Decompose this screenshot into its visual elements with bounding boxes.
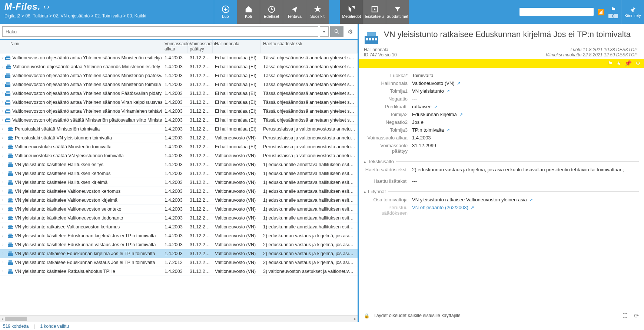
expand-icon[interactable]: ›: [2, 136, 6, 140]
value-toimija1[interactable]: VN yleisistunto: [412, 88, 444, 94]
table-row[interactable]: ›VN yleisistunto käsittelee Valtioneuvos…: [0, 205, 358, 214]
table-row[interactable]: ›VN yleisistunto käsittelee Ratkaisuehdo…: [0, 267, 358, 276]
search-options-icon[interactable]: ⚙: [345, 26, 355, 37]
expand-icon[interactable]: ›: [2, 198, 6, 202]
search-input[interactable]: [2, 26, 318, 37]
open-icon[interactable]: ↗: [457, 81, 461, 86]
table-row[interactable]: ›Valtioneuvoston ohjesääntö antaa Yhtein…: [0, 62, 358, 71]
filters-tab[interactable]: Suodattimet: [386, 0, 409, 24]
open-icon[interactable]: ↗: [446, 89, 450, 94]
table-row[interactable]: ›VN yleisistunto käsittelee Valtioneuvos…: [0, 214, 358, 222]
expand-icon[interactable]: ›: [2, 118, 3, 122]
table-row[interactable]: ›Valtioneuvostolaki säätää Ministeriön t…: [0, 142, 358, 151]
table-row[interactable]: ›Perustuslaki säätää VN yleisistunnon to…: [0, 133, 358, 142]
label-haettu-lisa: Haettu lisäteksti: [364, 178, 412, 184]
star-action-icon[interactable]: ★: [616, 60, 621, 67]
tasks-button[interactable]: Tehtävä: [283, 0, 306, 24]
pinned-button[interactable]: Kiinnitety: [621, 0, 644, 24]
breadcrumb-item[interactable]: Digilait2: [4, 13, 20, 19]
expand-icon[interactable]: ›: [2, 189, 6, 193]
expand-icon[interactable]: ›: [2, 154, 6, 158]
recent-button[interactable]: Edelliset: [260, 0, 283, 24]
expand-icon[interactable]: ›: [2, 162, 6, 166]
table-row[interactable]: ›VN yleisistunto käsittelee Valtioneuvos…: [0, 187, 358, 196]
expand-icon[interactable]: ›: [2, 234, 6, 238]
table-row[interactable]: ›Valtioneuvoston ohjesääntö antaa Yhtein…: [0, 98, 358, 107]
open-icon[interactable]: ↗: [446, 128, 450, 133]
table-row[interactable]: ›Valtioneuvoston ohjesääntö antaa Yhtein…: [0, 53, 358, 62]
table-row[interactable]: ›VN yleisistunto ratkaisee Eduskunnan ki…: [0, 249, 358, 258]
value-toimija3[interactable]: TP:n toimivalta: [412, 127, 444, 133]
breadcrumb-item[interactable]: 02. VN ohjesääntö: [53, 13, 90, 19]
flag-icon[interactable]: ⚑: [611, 6, 616, 13]
table-row[interactable]: ›VN yleisistunto käsittelee Eduskunnan k…: [0, 231, 358, 240]
metadata-tab[interactable]: Metatiedot: [340, 0, 363, 24]
expand-icon[interactable]: ›: [2, 171, 6, 175]
expand-icon[interactable]: ›: [2, 207, 6, 211]
col-voimassa-alkaa[interactable]: Voimassaolo alkaa: [162, 40, 187, 53]
col-haettu[interactable]: Haettu säädösteksti: [261, 40, 358, 53]
value-toimija2[interactable]: Eduskunnan kirjelmä: [412, 112, 457, 117]
table-row[interactable]: ›VN yleisistunto ratkaisee Eduskunnan va…: [0, 258, 358, 267]
preview-tab[interactable]: Esikatselu: [363, 0, 386, 24]
horizontal-scrollbar[interactable]: ◂▸: [0, 315, 358, 322]
expand-icon[interactable]: ›: [2, 225, 6, 229]
col-name[interactable]: Nimi: [0, 40, 162, 53]
table-row[interactable]: ›Valtioneuvoston ohjesääntö antaa Yhtein…: [0, 71, 358, 80]
expand-icon[interactable]: ›: [2, 73, 3, 77]
expand-icon[interactable]: ›: [2, 65, 4, 69]
pin-action-icon[interactable]: 📌: [625, 60, 632, 67]
table-row[interactable]: ›VN yleisistunto ratkaisee Valtioneuvost…: [0, 222, 358, 231]
expand-icon[interactable]: ›: [2, 180, 6, 184]
table-row[interactable]: ›Valtioneuvoston ohjesääntö antaa Yhtein…: [0, 89, 358, 98]
value-predikaatti[interactable]: ratkaisee: [412, 104, 432, 109]
home-button[interactable]: Koti: [237, 0, 260, 24]
signal-icon[interactable]: 📶: [597, 9, 605, 16]
col-hallinnonala[interactable]: Hallinnonala: [213, 40, 261, 53]
flag-action-icon[interactable]: ⚑: [608, 60, 613, 67]
table-row[interactable]: ›Valtioneuvoston ohjesääntö antaa Yhtein…: [0, 107, 358, 116]
table-row[interactable]: ›Valtioneuvoston ohjesääntö antaa Yhtein…: [0, 80, 358, 89]
nav-back-icon[interactable]: ‹: [43, 3, 46, 11]
expand-icon[interactable]: ›: [2, 56, 3, 60]
table-row[interactable]: ›VN yleisistunto käsittelee Valtioneuvos…: [0, 196, 358, 205]
table-row[interactable]: ›VN yleisistunto käsittelee Hallituksen …: [0, 169, 358, 178]
expand-icon[interactable]: ›: [2, 127, 6, 131]
gear-action-icon[interactable]: ⚙: [635, 60, 640, 67]
table-row[interactable]: ›Valtioneuvoston ohjesääntö säätää Minis…: [0, 116, 358, 125]
breadcrumb-item[interactable]: 08. Tulkinta: [25, 13, 48, 19]
expand-icon[interactable]: ›: [2, 82, 3, 86]
value-perustuu[interactable]: VN ohjesääntö (262/2003): [412, 205, 468, 210]
value-hallinnonala[interactable]: Valtioneuvosto (VN): [412, 80, 455, 86]
expand-icon[interactable]: ›: [2, 251, 6, 255]
expand-icon[interactable]: ›: [2, 216, 6, 220]
expand-icon[interactable]: ›: [2, 145, 6, 149]
table-row[interactable]: ›VN yleisistunto käsittelee Hallituksen …: [0, 160, 358, 169]
search-button[interactable]: [330, 26, 343, 37]
table-row[interactable]: ›Valtioneuvostolaki säätää VN yleisistun…: [0, 151, 358, 160]
open-icon[interactable]: ↗: [471, 205, 474, 210]
expand-icon[interactable]: ›: [2, 269, 6, 273]
open-icon[interactable]: ↗: [459, 112, 463, 117]
open-icon[interactable]: ↗: [529, 197, 533, 202]
expand-icon[interactable]: ›: [2, 100, 3, 104]
table-row[interactable]: ›VN yleisistunto käsittelee Hallituksen …: [0, 178, 358, 187]
create-button[interactable]: Luo: [214, 0, 237, 24]
value-osa-toimivaltoja[interactable]: VN yleisistunto ratkaisee Valtioneuvosto…: [412, 197, 527, 202]
open-icon[interactable]: ↗: [434, 104, 438, 109]
collapse-icon[interactable]: ▴: [364, 159, 366, 164]
table-row[interactable]: ›Perustuslaki säätää Ministeriön toimiva…: [0, 125, 358, 133]
table-row[interactable]: ›VN yleisistunto käsittelee Eduskunnan v…: [0, 240, 358, 249]
expand-icon[interactable]: ›: [2, 91, 3, 95]
breadcrumb-item[interactable]: 00. Kaikki: [127, 13, 146, 19]
search-dropdown[interactable]: ▾: [320, 26, 329, 37]
refresh-icon[interactable]: ⟳: [634, 312, 639, 319]
expand-icon[interactable]: ›: [2, 109, 3, 113]
breadcrumb-item[interactable]: 02. Toimivalta: [95, 13, 122, 19]
nav-forward-icon[interactable]: ›: [47, 3, 49, 11]
expand-icon[interactable]: ›: [2, 242, 6, 247]
favorites-button[interactable]: Suosikit: [306, 0, 329, 24]
collapse-icon[interactable]: ▴: [364, 189, 366, 194]
expand-icon[interactable]: ›: [2, 260, 6, 264]
col-voimassa-paattyy[interactable]: Voimassaolo päättyy: [187, 40, 213, 53]
